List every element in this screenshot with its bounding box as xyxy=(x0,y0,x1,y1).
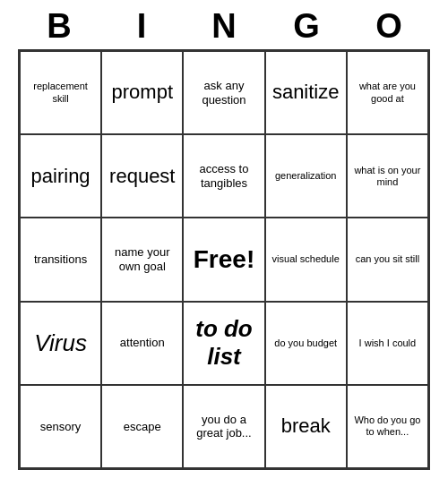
header-letter: O xyxy=(353,7,425,46)
bingo-cell: break xyxy=(265,385,347,468)
bingo-cell: you do a great job... xyxy=(183,385,264,468)
bingo-cell: to do list xyxy=(183,302,264,385)
bingo-cell: can you sit still xyxy=(347,218,428,301)
bingo-cell: sanitize xyxy=(265,51,347,134)
bingo-cell: what is on your mind xyxy=(347,134,428,218)
bingo-cell: attention xyxy=(101,302,183,385)
header-letter: I xyxy=(106,7,177,46)
bingo-cell: request xyxy=(101,134,183,218)
bingo-cell: I wish I could xyxy=(347,302,428,385)
bingo-header: BINGO xyxy=(18,0,430,49)
header-letter: B xyxy=(23,7,95,46)
bingo-cell: Who do you go to when... xyxy=(347,385,428,468)
bingo-cell: name your own goal xyxy=(101,218,183,301)
bingo-grid: replacement skillpromptask any questions… xyxy=(18,49,430,470)
header-letter: G xyxy=(271,7,342,46)
bingo-cell: generalization xyxy=(265,134,347,218)
bingo-cell: sensory xyxy=(20,385,101,468)
header-letter: N xyxy=(188,7,260,46)
bingo-cell: pairing xyxy=(20,134,101,218)
bingo-cell: access to tangibles xyxy=(183,134,264,218)
bingo-cell: what are you good at xyxy=(347,51,428,134)
bingo-cell: do you budget xyxy=(265,302,347,385)
bingo-cell: Free! xyxy=(183,218,264,301)
bingo-cell: ask any question xyxy=(183,51,264,134)
bingo-cell: transitions xyxy=(20,218,101,301)
bingo-cell: prompt xyxy=(101,51,183,134)
bingo-cell: visual schedule xyxy=(265,218,347,301)
bingo-cell: escape xyxy=(101,385,183,468)
bingo-cell: replacement skill xyxy=(20,51,101,134)
bingo-cell: Virus xyxy=(20,302,101,385)
